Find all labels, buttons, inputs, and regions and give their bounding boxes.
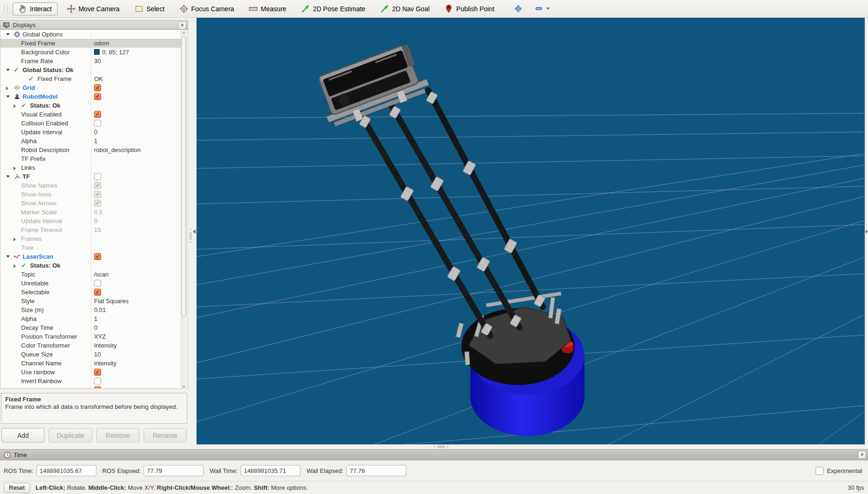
display-row-size-m[interactable]: Size (m)0.01 — [0, 305, 182, 314]
display-row-position-transformer[interactable]: Position TransformerXYZ — [0, 332, 182, 341]
display-row-links[interactable]: Links — [0, 163, 182, 172]
wall-elapsed-input[interactable] — [346, 465, 406, 476]
row-value[interactable]: 0; 85; 127 — [94, 48, 129, 57]
ros-elapsed-input[interactable] — [144, 465, 204, 476]
display-row-grid[interactable]: Grid✓ — [0, 83, 182, 92]
expander-open-icon[interactable] — [6, 175, 10, 178]
display-row-fixed-frame[interactable]: Fixed Frameodom — [0, 39, 182, 48]
display-row-status-ok[interactable]: ✓Status: Ok — [0, 261, 182, 270]
reset-button[interactable]: Reset — [4, 483, 30, 493]
row-checkbox[interactable]: ✓ — [94, 386, 101, 389]
display-row-selectable[interactable]: Selectable✓ — [0, 288, 182, 297]
display-row-frame-rate[interactable]: Frame Rate30 — [0, 57, 182, 65]
display-row-fixed-frame[interactable]: ✓Fixed FrameOK — [0, 74, 182, 83]
row-value[interactable]: robot_description — [94, 145, 141, 154]
row-value[interactable]: Intensity — [94, 341, 117, 350]
tool-move-camera[interactable]: Move Camera — [61, 2, 125, 15]
row-value[interactable]: 0.01 — [94, 305, 106, 314]
tool-2d-pose-estimate[interactable]: 2D Pose Estimate — [296, 2, 371, 15]
display-row-laserscan[interactable]: LaserScan✓ — [0, 252, 182, 261]
row-checkbox[interactable]: ✓ — [94, 111, 101, 118]
row-checkbox[interactable]: ✓ — [94, 191, 101, 198]
displays-panel-header[interactable]: Displays × — [0, 20, 188, 29]
row-value[interactable]: 0 — [94, 128, 97, 137]
remove-button[interactable]: Remove — [96, 428, 139, 443]
row-value[interactable]: odom — [94, 39, 109, 48]
row-value[interactable]: 15 — [94, 225, 101, 234]
experimental-checkbox[interactable] — [816, 467, 824, 475]
tool-measure[interactable]: Measure — [243, 2, 292, 15]
tree-scrollbar[interactable]: ▲ ▼ — [181, 30, 187, 389]
tool-select[interactable]: Select — [129, 2, 170, 15]
scroll-down-icon[interactable]: ▼ — [181, 385, 187, 388]
expander-open-icon[interactable] — [6, 69, 10, 71]
right-splitter[interactable] — [865, 18, 868, 444]
experimental-toggle[interactable]: Experimental — [816, 467, 862, 475]
expander-open-icon[interactable] — [6, 95, 10, 98]
tool-publish-point[interactable]: Publish Point — [439, 2, 500, 15]
row-checkbox[interactable] — [94, 280, 101, 287]
display-row-show-arrows[interactable]: Show Arrows✓ — [0, 199, 182, 208]
display-row-channel-name[interactable]: Channel Nameintensity — [0, 359, 182, 368]
display-row-frames[interactable]: Frames — [0, 234, 182, 243]
tool-focus-camera[interactable]: Focus Camera — [174, 2, 240, 15]
tool-interact[interactable]: Interact — [13, 2, 58, 15]
display-row-alpha[interactable]: Alpha1 — [0, 137, 182, 145]
display-row-queue-size[interactable]: Queue Size10 — [0, 350, 182, 359]
row-checkbox[interactable]: ✓ — [94, 84, 101, 91]
displays-close-icon[interactable]: × — [178, 22, 186, 29]
expander-open-icon[interactable] — [6, 33, 10, 36]
time-close-icon[interactable]: × — [858, 451, 866, 459]
row-value[interactable]: Flat Squares — [94, 297, 129, 305]
add-tool-button[interactable] — [512, 3, 525, 15]
expander-closed-icon[interactable] — [14, 104, 16, 108]
display-row-topic[interactable]: Topic/scan — [0, 270, 182, 279]
display-row-show-axes[interactable]: Show Axes✓ — [0, 190, 182, 199]
collapse-left-icon[interactable] — [193, 229, 196, 234]
add-button[interactable]: Add — [1, 428, 44, 443]
display-row-visual-enabled[interactable]: Visual Enabled✓ — [0, 110, 182, 119]
toolbar-drag-handle[interactable] — [4, 4, 8, 14]
row-checkbox[interactable] — [94, 378, 101, 385]
row-value[interactable]: OK — [94, 74, 103, 83]
remove-tool-button[interactable] — [533, 3, 545, 15]
row-value[interactable]: 0 — [94, 217, 97, 225]
collapse-right-icon[interactable] — [866, 230, 868, 233]
row-value[interactable]: 10 — [94, 350, 101, 359]
row-checkbox[interactable]: ✓ — [94, 93, 101, 100]
3d-viewport[interactable] — [197, 18, 865, 444]
panel-splitter[interactable] — [188, 18, 197, 444]
expander-closed-icon[interactable] — [14, 238, 16, 241]
display-row-global-status-ok[interactable]: ✓Global Status: Ok — [0, 65, 182, 74]
row-checkbox[interactable]: ✓ — [94, 253, 101, 260]
tool-2d-nav-goal[interactable]: 2D Nav Goal — [375, 2, 435, 15]
display-row-tf[interactable]: TF — [0, 172, 182, 181]
display-row-update-interval[interactable]: Update Interval0 — [0, 128, 182, 137]
row-value[interactable]: 0.5 — [94, 208, 102, 217]
display-row-unreliable[interactable]: Unreliable — [0, 279, 182, 288]
scroll-up-icon[interactable]: ▲ — [181, 31, 187, 34]
bottom-splitter[interactable] — [197, 444, 868, 449]
wall-time-input[interactable] — [241, 465, 300, 476]
display-row-marker-scale[interactable]: Marker Scale0.5 — [0, 208, 182, 217]
display-row-style[interactable]: StyleFlat Squares — [0, 297, 182, 305]
display-row-use-rainbow[interactable]: Use rainbow✓ — [0, 368, 182, 377]
display-row-invert-rainbow[interactable]: Invert Rainbow — [0, 377, 182, 385]
row-checkbox[interactable] — [94, 173, 101, 180]
display-row-collision-enabled[interactable]: Collision Enabled — [0, 119, 182, 128]
display-row-frame-timeout[interactable]: Frame Timeout15 — [0, 225, 182, 234]
row-checkbox[interactable] — [94, 120, 101, 127]
display-row-global-options[interactable]: Global Options — [0, 30, 182, 39]
expander-closed-icon[interactable] — [14, 264, 16, 268]
row-value[interactable]: 1 — [94, 137, 97, 145]
rename-button[interactable]: Rename — [144, 428, 187, 443]
tool-options-caret-icon[interactable] — [546, 7, 550, 10]
display-row-background-color[interactable]: Background Color0; 85; 127 — [0, 48, 182, 57]
display-row-color-transformer[interactable]: Color TransformerIntensity — [0, 341, 182, 350]
row-value[interactable]: XYZ — [94, 332, 106, 341]
display-row-row[interactable]: ✓ — [0, 385, 182, 389]
splitter-grip[interactable] — [190, 229, 192, 243]
display-row-tf-prefix[interactable]: TF Prefix — [0, 154, 182, 163]
expander-closed-icon[interactable] — [6, 87, 8, 90]
row-value[interactable]: intensity — [94, 359, 117, 368]
